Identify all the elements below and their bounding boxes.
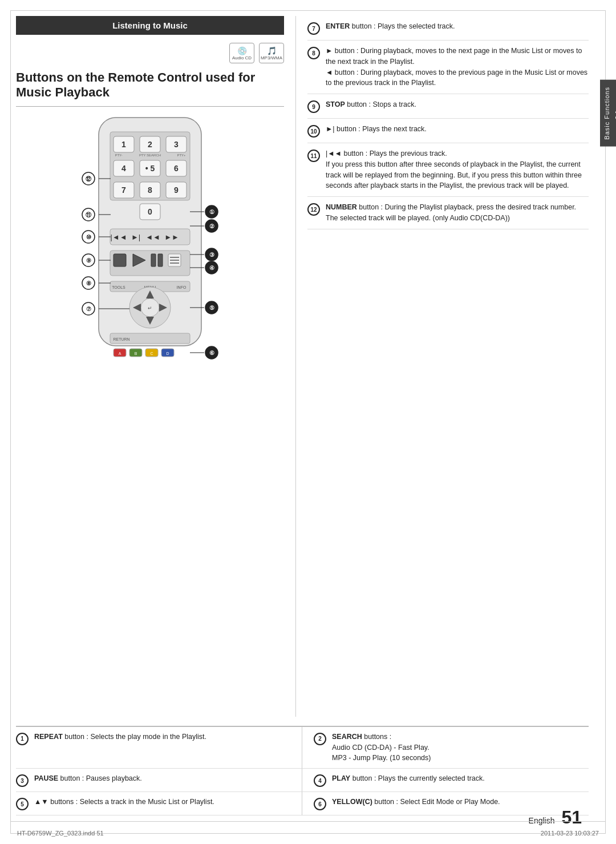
right-desc-row: 8► button : During playback, moves to th… [307,41,589,94]
desc-num: 10 [307,125,320,138]
svg-text:⑧: ⑧ [86,280,91,286]
svg-text:2: 2 [148,140,152,149]
mp3-wma-icon: 🎵 MP3/WMA [259,43,284,63]
desc-num: 5 [16,798,29,810]
svg-text:⑤: ⑤ [209,305,214,311]
footer-left: HT-D6759W_ZG_0323.indd 51 [17,830,104,837]
desc-num: 6 [314,798,326,810]
desc-num: 3 [16,774,29,787]
svg-text:8: 8 [148,185,152,195]
right-descriptions: 7ENTER button : Plays the selected track… [307,16,589,229]
remote-wrapper: 1 2 3 PTY- PTY SEARCH PTY+ 4 • 5 [59,115,241,362]
left-desc-row: 2SEARCH buttons : Audio CD (CD-DA) - Fas… [302,727,589,769]
side-tab: Basic Functions 04 [600,80,616,147]
svg-text:0: 0 [148,207,152,216]
side-tab-label: Basic Functions [603,87,610,140]
desc-text: ▲▼ buttons : Selects a track in the Musi… [34,797,214,807]
svg-text:⑩: ⑩ [86,234,91,240]
svg-text:↵: ↵ [148,305,152,311]
svg-text:TOOLS: TOOLS [112,285,125,289]
desc-text: STOP button : Stops a track. [326,99,416,110]
svg-text:D: D [166,352,169,356]
svg-text:④: ④ [209,265,214,271]
desc-num: 7 [307,22,320,35]
desc-text: NUMBER button : During the Playlist play… [326,202,589,224]
remote-area: 1 2 3 PTY- PTY SEARCH PTY+ 4 • 5 [16,115,284,362]
desc-num: 12 [307,203,320,216]
svg-rect-33 [151,254,156,266]
desc-num: 4 [314,774,326,787]
footer: HT-D6759W_ZG_0323.indd 51 2011-03-23 10:… [10,821,606,844]
svg-text:③: ③ [209,252,214,258]
svg-text:|◄◄: |◄◄ [110,233,127,241]
desc-text: PAUSE button : Pauses playback. [34,773,142,784]
icons-row: 💿 Audio CD 🎵 MP3/WMA [16,43,284,63]
left-desc-row: 3PAUSE button : Pauses playback. [16,769,302,792]
svg-text:C: C [150,352,153,356]
left-desc-row: 5▲▼ buttons : Selects a track in the Mus… [16,792,302,815]
right-desc-row: 11|◄◄ button : Plays the previous track.… [307,143,589,197]
svg-text:PTY-: PTY- [115,154,122,157]
svg-text:②: ② [209,223,214,229]
desc-num: 1 [16,733,29,745]
svg-text:►|: ►| [131,233,140,241]
bottom-section: 1REPEAT button : Selects the play mode i… [16,726,589,815]
svg-text:⑪: ⑪ [86,212,92,218]
svg-text:◄◄: ◄◄ [145,233,160,241]
desc-num: 9 [307,100,320,113]
svg-text:B: B [135,352,137,356]
desc-text: ► button : During playback, moves to the… [326,46,589,88]
svg-text:⑦: ⑦ [86,306,91,312]
svg-text:9: 9 [174,185,179,195]
two-col-top: Listening to Music 💿 Audio CD 🎵 MP3/WMA … [16,16,589,717]
svg-text:A: A [119,352,121,356]
svg-text:⑨: ⑨ [86,257,91,264]
desc-num: 2 [314,733,326,745]
left-desc-row: 1REPEAT button : Selects the play mode i… [16,727,302,769]
desc-text: |◄◄ button : Plays the previous track. I… [326,148,589,191]
svg-text:6: 6 [174,164,179,173]
svg-text:①: ① [209,209,214,215]
section-header-title: Listening to Music [112,21,188,30]
desc-text: REPEAT button : Selects the play mode in… [34,732,206,742]
desc-num: 8 [307,47,320,59]
desc-text: ENTER button : Plays the selected track. [326,21,455,32]
right-desc-row: 12NUMBER button : During the Playlist pl… [307,197,589,229]
desc-num: 11 [307,150,320,162]
svg-text:⑫: ⑫ [86,176,92,182]
desc-text: PLAY button : Plays the currently select… [332,773,485,784]
remote-svg: 1 2 3 PTY- PTY SEARCH PTY+ 4 • 5 [59,115,241,360]
svg-text:INFO: INFO [177,285,187,289]
desc-text: YELLOW(C) button : Select Edit Mode or P… [332,797,500,807]
right-desc-row: 7ENTER button : Plays the selected track… [307,16,589,41]
left-column: Listening to Music 💿 Audio CD 🎵 MP3/WMA … [16,16,295,717]
left-descriptions: 1REPEAT button : Selects the play mode i… [16,726,589,815]
main-content: Listening to Music 💿 Audio CD 🎵 MP3/WMA … [16,16,589,815]
footer-right: 2011-03-23 10:03:27 [541,830,599,837]
svg-text:RETURN: RETURN [113,337,129,341]
svg-text:4: 4 [121,164,126,173]
svg-text:3: 3 [174,140,179,149]
section-header: Listening to Music [16,16,284,35]
desc-text: SEARCH buttons : Audio CD (CD-DA) - Fast… [332,732,431,764]
svg-text:⑥: ⑥ [209,350,214,356]
right-column: 7ENTER button : Plays the selected track… [295,16,589,717]
svg-text:►►: ►► [164,233,179,241]
main-title-text: Buttons on the Remote Control used for M… [16,70,255,99]
svg-text:7: 7 [121,185,126,195]
desc-text: ►| button : Plays the next track. [326,124,427,135]
svg-text:1: 1 [121,140,126,149]
left-desc-row: 4PLAY button : Plays the currently selec… [302,769,589,792]
side-tab-number: 04 [614,110,616,119]
right-desc-row: 10►| button : Plays the next track. [307,119,589,143]
right-desc-row: 9STOP button : Stops a track. [307,94,589,119]
svg-text:• 5: • 5 [145,164,155,173]
svg-rect-34 [158,254,163,266]
svg-text:PTY SEARCH: PTY SEARCH [139,154,161,157]
svg-rect-31 [114,254,126,266]
svg-text:PTY+: PTY+ [177,154,186,157]
audio-cd-icon: 💿 Audio CD [229,43,254,63]
main-title: Buttons on the Remote Control used for M… [16,70,284,107]
